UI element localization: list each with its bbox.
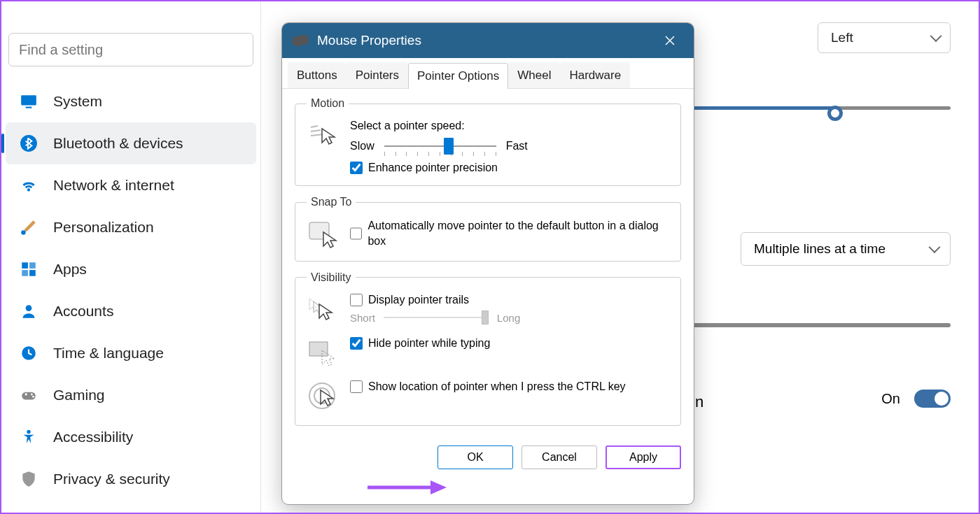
- nav-label: Apps: [53, 261, 87, 278]
- nav-item-wifi[interactable]: Network & internet: [6, 164, 256, 206]
- nav-label: Time & language: [53, 345, 164, 362]
- partial-text: n: [695, 393, 704, 411]
- svg-point-3: [21, 230, 26, 235]
- nav-item-monitor[interactable]: System: [6, 80, 256, 122]
- clock-icon: [20, 344, 38, 362]
- pointer-trails-checkbox[interactable]: [350, 294, 363, 306]
- nav-item-clock[interactable]: Time & language: [6, 332, 256, 374]
- gamepad-icon: [20, 386, 38, 404]
- svg-rect-1: [26, 107, 32, 108]
- pointer-speed-icon: [307, 120, 337, 150]
- bluetooth-icon: [20, 134, 38, 152]
- pointer-trails-label: Display pointer trails: [368, 294, 469, 306]
- enhance-precision-checkbox[interactable]: [350, 162, 363, 174]
- enhance-precision-row[interactable]: Enhance pointer precision: [350, 162, 669, 174]
- cancel-button[interactable]: Cancel: [522, 445, 597, 469]
- dialog-title: Mouse Properties: [317, 33, 421, 48]
- svg-rect-4: [22, 262, 28, 269]
- ctrl-locate-label: Show location of pointer when I press th…: [368, 380, 626, 393]
- monitor-icon: [20, 92, 38, 110]
- tab-hardware[interactable]: Hardware: [560, 62, 630, 88]
- inactive-scroll-toggle[interactable]: [914, 390, 951, 408]
- nav-label: Bluetooth & devices: [53, 135, 183, 152]
- snapto-row[interactable]: Automatically move pointer to the defaul…: [350, 218, 669, 250]
- nav-item-update[interactable]: Windows Update: [6, 500, 256, 514]
- nav-label: System: [53, 93, 102, 110]
- motion-legend: Motion: [307, 97, 349, 110]
- fast-label: Fast: [506, 140, 528, 152]
- nav-item-bluetooth[interactable]: Bluetooth & devices: [6, 122, 256, 164]
- nav-label: Network & internet: [53, 177, 174, 194]
- nav-label: Accessibility: [53, 429, 133, 445]
- ok-button[interactable]: OK: [438, 445, 513, 469]
- primary-button-dropdown[interactable]: Left: [818, 22, 951, 53]
- apply-button[interactable]: Apply: [606, 445, 681, 469]
- lines-slider[interactable]: [688, 323, 951, 327]
- svg-rect-19: [309, 342, 328, 356]
- svg-rect-0: [21, 95, 36, 105]
- hide-typing-row[interactable]: Hide pointer while typing: [350, 337, 490, 350]
- tab-buttons[interactable]: Buttons: [288, 62, 346, 88]
- ctrl-locate-checkbox[interactable]: [350, 380, 363, 393]
- svg-point-13: [27, 430, 30, 434]
- pointer-trails-icon: [307, 294, 337, 324]
- visibility-group: Visibility Display pointer trails Short: [295, 271, 681, 426]
- accessibility-icon: [20, 428, 38, 446]
- snapto-legend: Snap To: [307, 196, 356, 208]
- search-box[interactable]: [8, 33, 253, 66]
- scroll-mode-dropdown[interactable]: Multiple lines at a time: [741, 232, 951, 266]
- svg-point-12: [32, 396, 34, 398]
- pointer-speed-slider[interactable]: [384, 139, 496, 153]
- nav-item-brush[interactable]: Personalization: [6, 206, 256, 248]
- apps-icon: [20, 260, 38, 278]
- nav-item-gamepad[interactable]: Gaming: [6, 374, 256, 416]
- hide-typing-icon: [307, 337, 337, 368]
- tab-pointers[interactable]: Pointers: [346, 62, 408, 88]
- trail-length-slider: [384, 313, 489, 322]
- ctrl-locate-icon: [307, 380, 337, 411]
- svg-point-11: [31, 394, 33, 396]
- svg-rect-7: [29, 270, 36, 276]
- hide-typing-checkbox[interactable]: [350, 337, 363, 350]
- search-input[interactable]: [19, 42, 243, 58]
- svg-point-8: [26, 305, 32, 311]
- motion-group: Motion Select a pointer speed: Slow Fas: [295, 97, 681, 186]
- settings-sidebar: SystemBluetooth & devicesNetwork & inter…: [1, 1, 260, 513]
- person-icon: [20, 302, 38, 320]
- long-label: Long: [497, 312, 520, 324]
- mouse-properties-dialog: Mouse Properties ButtonsPointersPointer …: [281, 22, 694, 505]
- dialog-tabs: ButtonsPointersPointer OptionsWheelHardw…: [282, 58, 694, 89]
- svg-rect-6: [22, 270, 28, 276]
- cursor-speed-slider[interactable]: [688, 106, 951, 120]
- svg-rect-5: [29, 262, 36, 269]
- shield-icon: [20, 470, 38, 488]
- snapto-icon: [307, 218, 337, 249]
- enhance-precision-label: Enhance pointer precision: [368, 162, 498, 174]
- nav-label: Gaming: [53, 387, 105, 404]
- nav-label: Accounts: [53, 303, 113, 320]
- tab-wheel[interactable]: Wheel: [508, 62, 560, 88]
- nav-item-person[interactable]: Accounts: [6, 290, 256, 332]
- snapto-group: Snap To Automatically move pointer to th…: [295, 196, 681, 262]
- pointer-speed-label: Select a pointer speed:: [350, 120, 669, 132]
- short-label: Short: [350, 312, 375, 324]
- snapto-label: Automatically move pointer to the defaul…: [368, 218, 669, 250]
- snapto-checkbox[interactable]: [350, 227, 362, 240]
- pointer-trails-row[interactable]: Display pointer trails: [350, 294, 669, 306]
- visibility-legend: Visibility: [307, 271, 356, 284]
- nav-item-apps[interactable]: Apps: [6, 248, 256, 290]
- mouse-icon: [291, 34, 309, 47]
- toggle-label: On: [881, 391, 900, 407]
- nav-item-shield[interactable]: Privacy & security: [6, 458, 256, 500]
- dialog-titlebar: Mouse Properties: [282, 23, 694, 58]
- nav-label: Privacy & security: [53, 471, 170, 487]
- brush-icon: [20, 218, 38, 236]
- hide-typing-label: Hide pointer while typing: [368, 337, 490, 350]
- wifi-icon: [20, 176, 38, 194]
- nav-item-accessibility[interactable]: Accessibility: [6, 416, 256, 458]
- slow-label: Slow: [350, 140, 374, 152]
- ctrl-locate-row[interactable]: Show location of pointer when I press th…: [350, 380, 626, 393]
- tab-pointer-options[interactable]: Pointer Options: [408, 63, 508, 89]
- nav-label: Personalization: [53, 219, 154, 236]
- close-button[interactable]: [656, 27, 684, 55]
